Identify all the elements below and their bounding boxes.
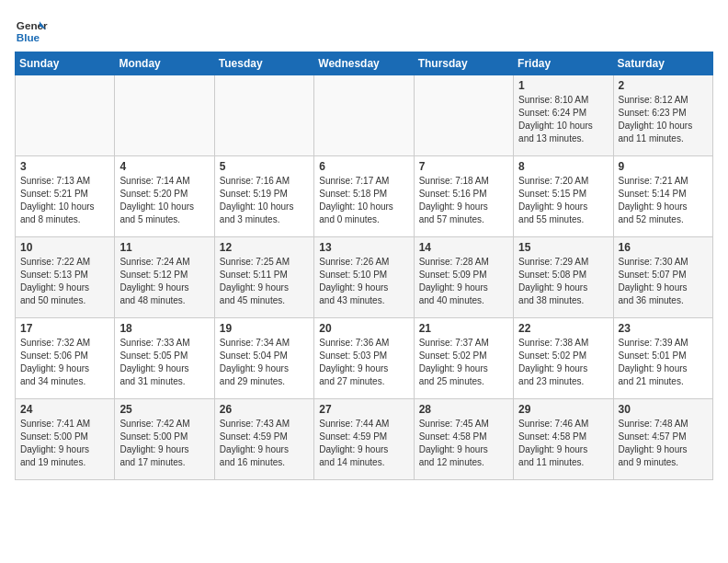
day-info: Sunrise: 7:42 AM Sunset: 5:00 PM Dayligh… xyxy=(119,418,209,469)
calendar-week-3: 10Sunrise: 7:22 AM Sunset: 5:13 PM Dayli… xyxy=(16,237,713,318)
day-info: Sunrise: 7:20 AM Sunset: 5:15 PM Dayligh… xyxy=(518,175,608,226)
day-number: 15 xyxy=(518,241,608,254)
weekday-header-sunday: Sunday xyxy=(16,52,115,75)
day-info: Sunrise: 7:45 AM Sunset: 4:58 PM Dayligh… xyxy=(419,418,508,469)
calendar-cell xyxy=(214,75,313,156)
calendar-cell: 11Sunrise: 7:24 AM Sunset: 5:12 PM Dayli… xyxy=(115,237,214,318)
calendar-cell: 26Sunrise: 7:43 AM Sunset: 4:59 PM Dayli… xyxy=(214,399,313,480)
day-number: 8 xyxy=(518,160,608,173)
day-number: 18 xyxy=(119,322,209,335)
calendar-table: SundayMondayTuesdayWednesdayThursdayFrid… xyxy=(15,52,713,480)
calendar-cell: 1Sunrise: 8:10 AM Sunset: 6:24 PM Daylig… xyxy=(514,75,613,156)
day-number: 22 xyxy=(518,322,608,335)
day-number: 24 xyxy=(20,403,109,416)
day-number: 27 xyxy=(319,403,408,416)
day-number: 14 xyxy=(419,241,508,254)
day-info: Sunrise: 7:26 AM Sunset: 5:10 PM Dayligh… xyxy=(319,256,408,307)
day-info: Sunrise: 8:12 AM Sunset: 6:23 PM Dayligh… xyxy=(619,94,708,145)
day-info: Sunrise: 7:33 AM Sunset: 5:05 PM Dayligh… xyxy=(119,337,209,388)
logo: General Blue xyxy=(15,15,53,48)
day-info: Sunrise: 7:13 AM Sunset: 5:21 PM Dayligh… xyxy=(20,175,109,226)
svg-text:General: General xyxy=(17,19,48,31)
calendar-cell: 10Sunrise: 7:22 AM Sunset: 5:13 PM Dayli… xyxy=(16,237,115,318)
day-number: 10 xyxy=(20,241,109,254)
calendar-cell: 20Sunrise: 7:36 AM Sunset: 5:03 PM Dayli… xyxy=(314,318,414,399)
day-info: Sunrise: 7:22 AM Sunset: 5:13 PM Dayligh… xyxy=(20,256,109,307)
calendar-cell: 18Sunrise: 7:33 AM Sunset: 5:05 PM Dayli… xyxy=(115,318,214,399)
day-number: 6 xyxy=(319,160,408,173)
day-info: Sunrise: 7:36 AM Sunset: 5:03 PM Dayligh… xyxy=(319,337,408,388)
calendar-cell: 28Sunrise: 7:45 AM Sunset: 4:58 PM Dayli… xyxy=(414,399,513,480)
calendar-cell: 25Sunrise: 7:42 AM Sunset: 5:00 PM Dayli… xyxy=(115,399,214,480)
day-number: 21 xyxy=(419,322,508,335)
calendar-cell: 12Sunrise: 7:25 AM Sunset: 5:11 PM Dayli… xyxy=(214,237,313,318)
calendar-cell: 27Sunrise: 7:44 AM Sunset: 4:59 PM Dayli… xyxy=(314,399,414,480)
weekday-header-row: SundayMondayTuesdayWednesdayThursdayFrid… xyxy=(16,52,713,75)
day-number: 25 xyxy=(119,403,209,416)
day-info: Sunrise: 7:29 AM Sunset: 5:08 PM Dayligh… xyxy=(518,256,608,307)
day-number: 13 xyxy=(319,241,408,254)
calendar-cell: 7Sunrise: 7:18 AM Sunset: 5:16 PM Daylig… xyxy=(414,156,513,237)
day-info: Sunrise: 7:37 AM Sunset: 5:02 PM Dayligh… xyxy=(419,337,508,388)
weekday-header-thursday: Thursday xyxy=(414,52,513,75)
calendar-cell: 23Sunrise: 7:39 AM Sunset: 5:01 PM Dayli… xyxy=(613,318,712,399)
day-info: Sunrise: 7:18 AM Sunset: 5:16 PM Dayligh… xyxy=(419,175,508,226)
day-info: Sunrise: 8:10 AM Sunset: 6:24 PM Dayligh… xyxy=(518,94,608,145)
day-info: Sunrise: 7:44 AM Sunset: 4:59 PM Dayligh… xyxy=(319,418,408,469)
day-number: 1 xyxy=(518,79,608,92)
day-number: 26 xyxy=(220,403,309,416)
calendar-cell: 9Sunrise: 7:21 AM Sunset: 5:14 PM Daylig… xyxy=(613,156,712,237)
day-info: Sunrise: 7:16 AM Sunset: 5:19 PM Dayligh… xyxy=(220,175,309,226)
svg-text:Blue: Blue xyxy=(17,31,40,43)
day-number: 4 xyxy=(119,160,209,173)
calendar-cell: 22Sunrise: 7:38 AM Sunset: 5:02 PM Dayli… xyxy=(514,318,613,399)
calendar-cell xyxy=(414,75,513,156)
calendar-cell: 16Sunrise: 7:30 AM Sunset: 5:07 PM Dayli… xyxy=(613,237,712,318)
day-number: 3 xyxy=(20,160,109,173)
day-info: Sunrise: 7:24 AM Sunset: 5:12 PM Dayligh… xyxy=(119,256,209,307)
calendar-cell: 15Sunrise: 7:29 AM Sunset: 5:08 PM Dayli… xyxy=(514,237,613,318)
day-info: Sunrise: 7:17 AM Sunset: 5:18 PM Dayligh… xyxy=(319,175,408,226)
weekday-header-wednesday: Wednesday xyxy=(314,52,414,75)
day-info: Sunrise: 7:48 AM Sunset: 4:57 PM Dayligh… xyxy=(619,418,708,469)
day-info: Sunrise: 7:14 AM Sunset: 5:20 PM Dayligh… xyxy=(119,175,209,226)
weekday-header-saturday: Saturday xyxy=(613,52,712,75)
day-info: Sunrise: 7:38 AM Sunset: 5:02 PM Dayligh… xyxy=(518,337,608,388)
day-number: 9 xyxy=(619,160,708,173)
logo-icon: General Blue xyxy=(15,15,48,48)
day-info: Sunrise: 7:41 AM Sunset: 5:00 PM Dayligh… xyxy=(20,418,109,469)
day-number: 12 xyxy=(220,241,309,254)
day-number: 30 xyxy=(619,403,708,416)
day-number: 16 xyxy=(619,241,708,254)
day-info: Sunrise: 7:25 AM Sunset: 5:11 PM Dayligh… xyxy=(220,256,309,307)
day-number: 29 xyxy=(518,403,608,416)
day-info: Sunrise: 7:32 AM Sunset: 5:06 PM Dayligh… xyxy=(20,337,109,388)
calendar-cell: 21Sunrise: 7:37 AM Sunset: 5:02 PM Dayli… xyxy=(414,318,513,399)
calendar-header: SundayMondayTuesdayWednesdayThursdayFrid… xyxy=(16,52,713,75)
calendar-cell: 19Sunrise: 7:34 AM Sunset: 5:04 PM Dayli… xyxy=(214,318,313,399)
calendar-cell xyxy=(314,75,414,156)
calendar-cell: 8Sunrise: 7:20 AM Sunset: 5:15 PM Daylig… xyxy=(514,156,613,237)
calendar-week-4: 17Sunrise: 7:32 AM Sunset: 5:06 PM Dayli… xyxy=(16,318,713,399)
day-info: Sunrise: 7:28 AM Sunset: 5:09 PM Dayligh… xyxy=(419,256,508,307)
day-info: Sunrise: 7:43 AM Sunset: 4:59 PM Dayligh… xyxy=(220,418,309,469)
weekday-header-friday: Friday xyxy=(514,52,613,75)
day-number: 23 xyxy=(619,322,708,335)
day-number: 5 xyxy=(220,160,309,173)
calendar-cell: 24Sunrise: 7:41 AM Sunset: 5:00 PM Dayli… xyxy=(16,399,115,480)
day-info: Sunrise: 7:39 AM Sunset: 5:01 PM Dayligh… xyxy=(619,337,708,388)
day-info: Sunrise: 7:21 AM Sunset: 5:14 PM Dayligh… xyxy=(619,175,708,226)
day-info: Sunrise: 7:34 AM Sunset: 5:04 PM Dayligh… xyxy=(220,337,309,388)
calendar-cell xyxy=(16,75,115,156)
calendar-cell: 14Sunrise: 7:28 AM Sunset: 5:09 PM Dayli… xyxy=(414,237,513,318)
calendar-cell: 30Sunrise: 7:48 AM Sunset: 4:57 PM Dayli… xyxy=(613,399,712,480)
weekday-header-tuesday: Tuesday xyxy=(214,52,313,75)
day-number: 17 xyxy=(20,322,109,335)
calendar-body: 1Sunrise: 8:10 AM Sunset: 6:24 PM Daylig… xyxy=(16,75,713,480)
day-number: 11 xyxy=(119,241,209,254)
calendar-cell: 4Sunrise: 7:14 AM Sunset: 5:20 PM Daylig… xyxy=(115,156,214,237)
day-number: 19 xyxy=(220,322,309,335)
weekday-header-monday: Monday xyxy=(115,52,214,75)
calendar-cell: 17Sunrise: 7:32 AM Sunset: 5:06 PM Dayli… xyxy=(16,318,115,399)
calendar-cell: 29Sunrise: 7:46 AM Sunset: 4:58 PM Dayli… xyxy=(514,399,613,480)
